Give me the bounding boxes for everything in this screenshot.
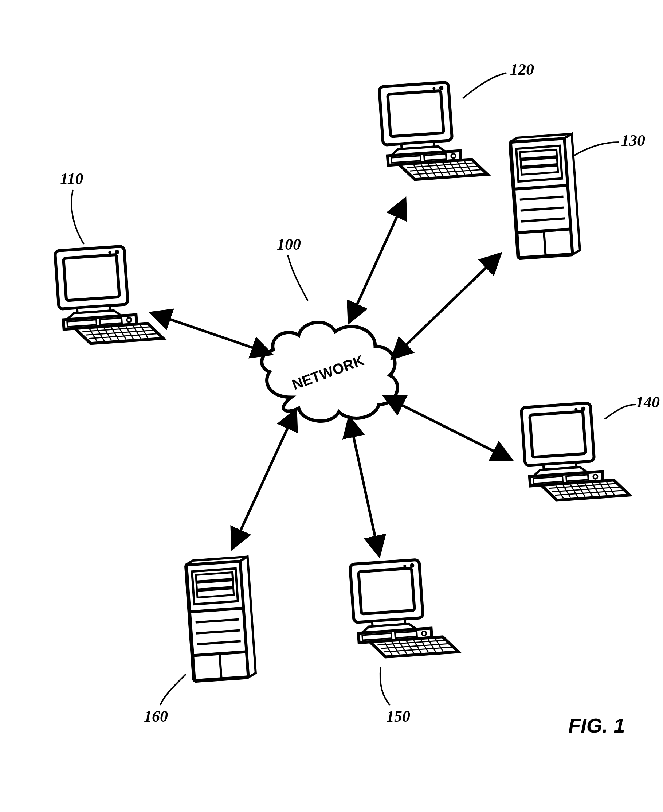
ref-110: 110 [60,170,83,188]
ref-150: 150 [386,707,410,725]
figure-caption: FIG. 1 [568,714,625,737]
node-130 [510,134,580,258]
node-160 [186,556,256,681]
node-120 [379,80,487,182]
link-150 [350,419,379,554]
ref-130: 130 [621,131,645,149]
node-150 [350,557,458,659]
ref-140: 140 [636,393,660,411]
ref-100: 100 [277,235,301,253]
network-cloud: NETWORK [262,323,398,421]
link-110 [153,313,270,353]
link-160 [233,412,295,547]
ref-120: 120 [510,60,534,78]
node-110 [55,244,163,345]
node-140 [521,400,629,502]
link-130 [393,255,499,357]
link-140 [386,397,510,459]
ref-160: 160 [144,707,168,725]
link-120 [350,201,404,321]
network-diagram: NETWORK 100 110 120 130 140 [0,0,663,812]
